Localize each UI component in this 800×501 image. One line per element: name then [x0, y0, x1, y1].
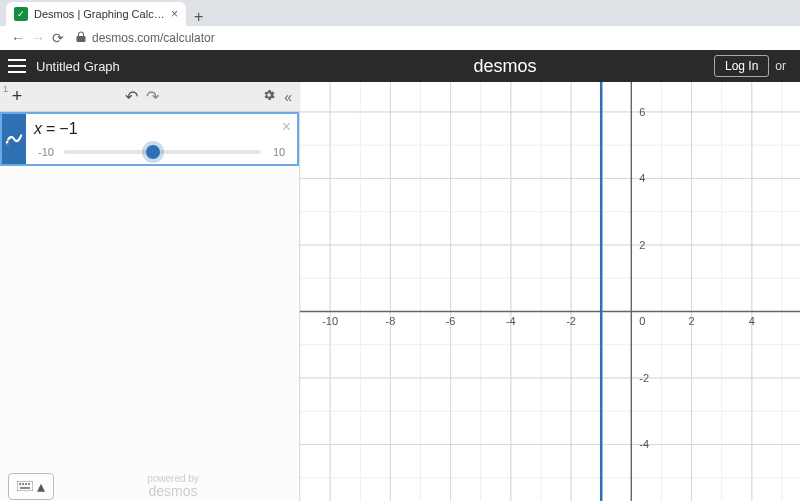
expression-sidebar: + ↶ ↷ « 1 × x=−1 -10: [0, 82, 300, 501]
svg-rect-5: [20, 487, 30, 489]
row-index: 1: [3, 84, 8, 94]
svg-text:2: 2: [689, 315, 695, 327]
slider-track[interactable]: [64, 150, 261, 154]
slider-min[interactable]: -10: [34, 146, 58, 158]
login-button[interactable]: Log In: [714, 55, 769, 77]
powered-by: powered by desmos: [54, 474, 292, 498]
url-text: desmos.com/calculator: [92, 31, 215, 45]
svg-text:-4: -4: [506, 315, 516, 327]
expression-toolbar: + ↶ ↷ «: [0, 82, 300, 112]
expression-input[interactable]: x=−1: [34, 118, 291, 140]
reload-button[interactable]: ⟳: [48, 30, 68, 46]
tab-close-icon[interactable]: ×: [171, 7, 178, 21]
back-button[interactable]: ←: [8, 30, 28, 46]
or-label: or: [775, 59, 786, 73]
svg-text:-2: -2: [566, 315, 576, 327]
collapse-sidebar-icon[interactable]: «: [282, 89, 294, 105]
forward-button[interactable]: →: [28, 30, 48, 46]
browser-chrome: ✓ Desmos | Graphing Calculator × + ← → ⟳…: [0, 0, 800, 50]
tab-title: Desmos | Graphing Calculator: [34, 8, 165, 20]
settings-icon[interactable]: [256, 88, 282, 105]
svg-text:0: 0: [639, 315, 645, 327]
redo-button[interactable]: ↷: [142, 87, 163, 106]
slider[interactable]: -10 10: [34, 146, 291, 158]
add-expression-button[interactable]: +: [6, 86, 28, 107]
svg-rect-3: [25, 483, 27, 485]
app-header: Untitled Graph desmos Log In or: [0, 50, 800, 82]
sidebar-footer: ▴ powered by desmos: [0, 471, 300, 501]
hamburger-icon[interactable]: [8, 59, 26, 73]
svg-text:-4: -4: [639, 438, 649, 450]
brand-logo: desmos: [296, 56, 714, 77]
tab-strip: ✓ Desmos | Graphing Calculator × +: [0, 0, 800, 26]
new-tab-button[interactable]: +: [186, 8, 211, 26]
svg-text:6: 6: [639, 106, 645, 118]
lock-icon: [76, 31, 86, 46]
svg-text:-6: -6: [446, 315, 456, 327]
svg-rect-1: [19, 483, 21, 485]
graph-canvas[interactable]: -10-8-6-4-224-4-22460: [300, 82, 800, 501]
svg-text:4: 4: [749, 315, 755, 327]
keypad-toggle[interactable]: ▴: [8, 473, 54, 500]
graph-svg: -10-8-6-4-224-4-22460: [300, 82, 800, 501]
browser-tab[interactable]: ✓ Desmos | Graphing Calculator ×: [6, 2, 186, 26]
slider-handle[interactable]: [146, 145, 160, 159]
graph-title[interactable]: Untitled Graph: [36, 59, 296, 74]
chevron-up-icon: ▴: [37, 477, 45, 496]
address-bar: ← → ⟳ desmos.com/calculator: [0, 26, 800, 50]
svg-rect-4: [28, 483, 30, 485]
desmos-favicon: ✓: [14, 7, 28, 21]
svg-text:-10: -10: [322, 315, 338, 327]
row-index-next: 2: [5, 138, 10, 148]
expression-row[interactable]: × x=−1 -10 10: [0, 112, 299, 166]
svg-rect-0: [17, 481, 33, 491]
svg-text:2: 2: [639, 239, 645, 251]
svg-text:-2: -2: [639, 372, 649, 384]
svg-text:4: 4: [639, 172, 645, 184]
svg-rect-2: [22, 483, 24, 485]
slider-max[interactable]: 10: [267, 146, 291, 158]
svg-text:-8: -8: [385, 315, 395, 327]
delete-expression-icon[interactable]: ×: [282, 118, 291, 136]
url-field[interactable]: desmos.com/calculator: [76, 31, 792, 46]
undo-button[interactable]: ↶: [121, 87, 142, 106]
